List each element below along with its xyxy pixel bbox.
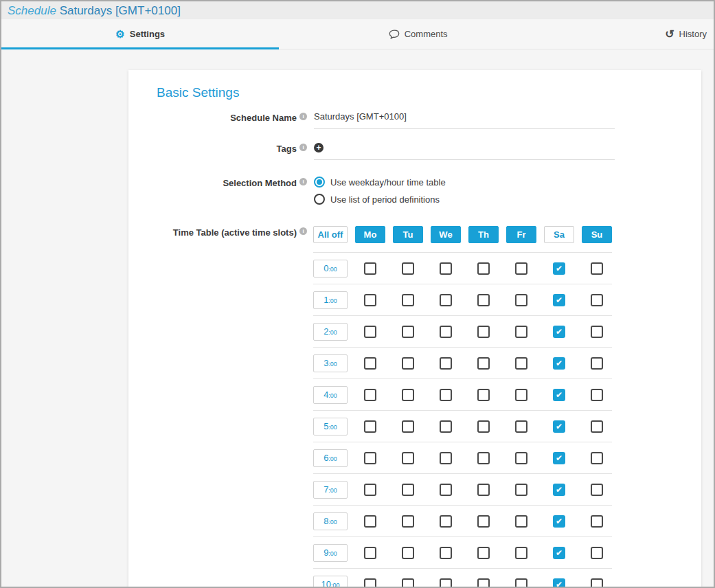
timeslot-checkbox-mo-0[interactable] bbox=[364, 262, 376, 275]
timeslot-checkbox-fr-1[interactable] bbox=[515, 294, 527, 306]
timeslot-checkbox-su-6[interactable] bbox=[591, 452, 603, 464]
timeslot-checkbox-th-3[interactable] bbox=[477, 357, 490, 370]
timeslot-checkbox-we-9[interactable] bbox=[440, 547, 452, 559]
timeslot-checkbox-mo-4[interactable] bbox=[364, 389, 376, 401]
timeslot-checkbox-su-2[interactable] bbox=[591, 326, 603, 338]
timeslot-checkbox-we-6[interactable] bbox=[440, 452, 452, 464]
radio-selected-icon[interactable] bbox=[314, 177, 325, 188]
timeslot-checkbox-tu-10[interactable] bbox=[402, 578, 414, 587]
timeslot-checkbox-tu-0[interactable] bbox=[402, 262, 414, 275]
timeslot-checkbox-su-9[interactable] bbox=[591, 547, 603, 559]
timeslot-checkbox-mo-7[interactable] bbox=[364, 484, 376, 496]
timeslot-checkbox-fr-10[interactable] bbox=[515, 578, 527, 587]
day-header-su[interactable]: Su bbox=[582, 226, 612, 243]
tags-input[interactable] bbox=[314, 142, 615, 160]
tab-history[interactable]: ↺ History bbox=[557, 19, 714, 49]
timeslot-checkbox-su-0[interactable] bbox=[591, 262, 603, 275]
schedule-name-input[interactable]: Saturdays [GMT+0100] bbox=[314, 111, 615, 129]
timeslot-checkbox-su-10[interactable] bbox=[591, 578, 603, 587]
timeslot-checkbox-su-5[interactable] bbox=[591, 420, 603, 433]
info-icon[interactable] bbox=[299, 144, 307, 151]
timeslot-checkbox-su-1[interactable] bbox=[591, 294, 603, 306]
timeslot-checkbox-tu-8[interactable] bbox=[402, 515, 414, 528]
info-icon[interactable] bbox=[299, 178, 307, 185]
timeslot-checkbox-tu-3[interactable] bbox=[402, 357, 414, 370]
hour-button-5[interactable]: 5:00 bbox=[313, 418, 348, 436]
timeslot-checkbox-fr-0[interactable] bbox=[515, 262, 527, 275]
timeslot-checkbox-fr-6[interactable] bbox=[515, 452, 527, 464]
timeslot-checkbox-we-1[interactable] bbox=[440, 294, 452, 306]
timeslot-checkbox-fr-4[interactable] bbox=[515, 389, 527, 401]
timeslot-checkbox-sa-0[interactable] bbox=[553, 262, 565, 275]
timeslot-checkbox-th-1[interactable] bbox=[477, 294, 490, 306]
day-header-tu[interactable]: Tu bbox=[393, 226, 423, 243]
hour-button-6[interactable]: 6:00 bbox=[313, 449, 348, 467]
timeslot-checkbox-fr-5[interactable] bbox=[515, 420, 527, 433]
timeslot-checkbox-sa-1[interactable] bbox=[553, 294, 565, 306]
hour-button-7[interactable]: 7:00 bbox=[313, 481, 348, 499]
timeslot-checkbox-mo-1[interactable] bbox=[364, 294, 376, 306]
radio-unselected-icon[interactable] bbox=[314, 194, 325, 205]
day-header-th[interactable]: Th bbox=[468, 226, 499, 243]
info-icon[interactable] bbox=[299, 227, 307, 235]
timeslot-checkbox-mo-2[interactable] bbox=[364, 326, 376, 338]
timeslot-checkbox-th-2[interactable] bbox=[477, 326, 490, 338]
timeslot-checkbox-sa-7[interactable] bbox=[553, 484, 565, 496]
timeslot-checkbox-fr-8[interactable] bbox=[515, 515, 527, 528]
radio-option-0[interactable]: Use weekday/hour time table bbox=[314, 177, 615, 188]
timeslot-checkbox-mo-3[interactable] bbox=[364, 357, 376, 370]
timeslot-checkbox-tu-7[interactable] bbox=[402, 484, 414, 496]
timeslot-checkbox-tu-1[interactable] bbox=[402, 294, 414, 306]
timeslot-checkbox-we-10[interactable] bbox=[440, 578, 452, 587]
hour-button-0[interactable]: 0:00 bbox=[313, 260, 348, 278]
timeslot-checkbox-mo-5[interactable] bbox=[364, 420, 376, 433]
timeslot-checkbox-tu-5[interactable] bbox=[402, 420, 414, 433]
timeslot-checkbox-fr-9[interactable] bbox=[515, 547, 527, 559]
day-header-fr[interactable]: Fr bbox=[506, 226, 536, 243]
timeslot-checkbox-tu-2[interactable] bbox=[402, 326, 414, 338]
timeslot-checkbox-th-5[interactable] bbox=[477, 420, 490, 433]
timeslot-checkbox-we-0[interactable] bbox=[440, 262, 452, 275]
timeslot-checkbox-sa-9[interactable] bbox=[553, 547, 565, 559]
timeslot-checkbox-fr-7[interactable] bbox=[515, 484, 527, 496]
day-header-we[interactable]: We bbox=[431, 226, 461, 243]
timeslot-checkbox-we-7[interactable] bbox=[440, 484, 452, 496]
tab-settings[interactable]: ⚙ Settings bbox=[1, 19, 279, 49]
timeslot-checkbox-fr-2[interactable] bbox=[515, 326, 527, 338]
timeslot-checkbox-th-8[interactable] bbox=[477, 515, 490, 528]
timeslot-checkbox-mo-8[interactable] bbox=[364, 515, 376, 528]
timeslot-checkbox-su-3[interactable] bbox=[591, 357, 603, 370]
add-tag-icon[interactable] bbox=[314, 143, 324, 152]
timeslot-checkbox-th-0[interactable] bbox=[477, 262, 490, 275]
info-icon[interactable] bbox=[299, 113, 307, 120]
timeslot-checkbox-su-7[interactable] bbox=[591, 484, 603, 496]
timeslot-checkbox-sa-4[interactable] bbox=[553, 389, 565, 401]
tab-comments[interactable]: Comments bbox=[279, 19, 556, 49]
timeslot-checkbox-we-3[interactable] bbox=[440, 357, 452, 370]
hour-button-10[interactable]: 10:00 bbox=[313, 576, 348, 587]
timeslot-checkbox-mo-9[interactable] bbox=[364, 547, 376, 559]
timeslot-checkbox-th-6[interactable] bbox=[477, 452, 490, 464]
timeslot-checkbox-tu-6[interactable] bbox=[402, 452, 414, 464]
hour-button-3[interactable]: 3:00 bbox=[313, 354, 348, 372]
timeslot-checkbox-sa-5[interactable] bbox=[553, 420, 565, 433]
timeslot-checkbox-sa-3[interactable] bbox=[553, 357, 565, 370]
timeslot-checkbox-we-2[interactable] bbox=[440, 326, 452, 338]
hour-button-4[interactable]: 4:00 bbox=[313, 386, 348, 404]
all-off-button[interactable]: All off bbox=[313, 226, 348, 243]
day-header-mo[interactable]: Mo bbox=[355, 226, 385, 243]
timeslot-checkbox-tu-4[interactable] bbox=[402, 389, 414, 401]
timeslot-checkbox-we-8[interactable] bbox=[440, 515, 452, 528]
timeslot-checkbox-su-4[interactable] bbox=[591, 389, 603, 401]
day-header-sa[interactable]: Sa bbox=[544, 226, 574, 243]
timeslot-checkbox-we-5[interactable] bbox=[440, 420, 452, 433]
hour-button-1[interactable]: 1:00 bbox=[313, 291, 348, 309]
timeslot-checkbox-we-4[interactable] bbox=[440, 389, 452, 401]
timeslot-checkbox-su-8[interactable] bbox=[591, 515, 603, 528]
timeslot-checkbox-th-10[interactable] bbox=[477, 578, 490, 587]
timeslot-checkbox-fr-3[interactable] bbox=[515, 357, 527, 370]
timeslot-checkbox-th-9[interactable] bbox=[477, 547, 490, 559]
hour-button-2[interactable]: 2:00 bbox=[313, 323, 348, 341]
radio-option-1[interactable]: Use list of period definitions bbox=[314, 194, 615, 205]
timeslot-checkbox-tu-9[interactable] bbox=[402, 547, 414, 559]
